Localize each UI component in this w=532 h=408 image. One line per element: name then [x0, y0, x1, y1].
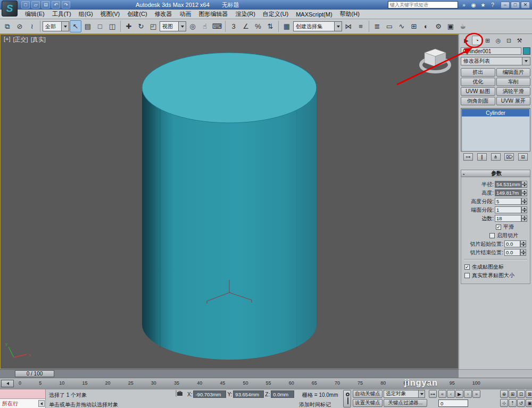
menu-item-6[interactable]: 修改器	[151, 10, 176, 19]
track-bar[interactable]: 0510152025303540455055606570758085909510…	[0, 378, 532, 389]
sides-field[interactable]: 18	[495, 215, 521, 222]
viewport-shading-menu[interactable]: [真实]	[31, 36, 46, 44]
save-file-icon[interactable]: ⊟	[41, 1, 50, 9]
object-name-field[interactable]: Cylinder001	[461, 47, 521, 55]
maximize-button[interactable]: □	[511, 2, 520, 9]
stack-item-cylinder[interactable]: Cylinder	[462, 109, 529, 116]
menu-item-11[interactable]: MAXScript(M)	[292, 10, 336, 19]
tab-motion[interactable]: ◎	[493, 36, 503, 45]
chevron-down-icon[interactable]	[61, 22, 69, 31]
parameters-rollout-header[interactable]: - 参数	[461, 170, 530, 177]
maxscript-mini-listener[interactable]: 所在行	[0, 389, 46, 408]
y-coordinate-field[interactable]: 93.654mm	[233, 390, 264, 398]
help-icon[interactable]: ?	[488, 1, 497, 9]
schematic-view-icon[interactable]: ⊞	[408, 20, 420, 32]
angle-snap-icon[interactable]: ∠	[240, 20, 252, 32]
redo-icon[interactable]: ↷	[62, 1, 70, 9]
select-and-link-icon[interactable]: ⧉	[2, 20, 13, 32]
tab-hierarchy[interactable]: ⊞	[483, 36, 493, 45]
menu-item-1[interactable]: 编辑(E)	[21, 10, 48, 19]
tab-modify[interactable]: ◔	[472, 36, 482, 45]
set-key-mode-button[interactable]: 设置关键点	[353, 399, 383, 407]
open-file-icon[interactable]: ▱	[31, 1, 40, 9]
zoom-all-icon[interactable]: ⊞	[509, 390, 517, 398]
select-by-name-icon[interactable]: ▤	[82, 20, 94, 32]
percent-snap-icon[interactable]: %	[252, 20, 264, 32]
remove-modifier-icon[interactable]: ⌦	[504, 153, 514, 161]
chevron-down-icon[interactable]	[418, 390, 425, 397]
current-frame-field[interactable]: 0	[438, 399, 468, 407]
selection-set-dropdown[interactable]: 选定对象	[384, 390, 425, 398]
tab-utilities[interactable]: ⚒	[514, 36, 525, 45]
menu-item-4[interactable]: 视图(V)	[97, 10, 124, 19]
reference-coordinate-dropdown[interactable]: 视图	[160, 21, 186, 31]
sides-spinner[interactable]	[521, 215, 527, 222]
edit-named-selection-sets-icon[interactable]: ▦	[281, 20, 293, 32]
spinner-snap-icon[interactable]: ⇅	[264, 20, 276, 32]
undo-icon[interactable]: ↶	[52, 1, 60, 9]
auto-key-button[interactable]: 自动关键点	[353, 390, 383, 398]
modifier-button-1[interactable]: 挤出	[461, 68, 495, 77]
modifier-button-5[interactable]: UVW 贴图	[461, 87, 495, 96]
radius-field[interactable]: 54.531mm	[495, 181, 521, 188]
modifier-button-8[interactable]: UVW 展开	[496, 97, 531, 105]
maximize-viewport-icon[interactable]: ▣	[526, 399, 532, 407]
close-button[interactable]: ✕	[521, 2, 530, 9]
select-object-icon[interactable]: ↖	[70, 20, 81, 32]
radius-spinner[interactable]	[521, 181, 527, 188]
listener-scroll-left-icon[interactable]	[38, 400, 45, 407]
favorites-star-icon[interactable]: ★	[479, 1, 487, 9]
key-mode-toggle-icon[interactable]: ⊶	[429, 390, 437, 398]
track-bar-options-icon[interactable]	[1, 380, 14, 387]
menu-item-9[interactable]: 渲染(R)	[232, 10, 259, 19]
modifier-button-4[interactable]: 车削	[496, 78, 531, 86]
app-logo[interactable]: S	[2, 1, 18, 16]
menu-item-8[interactable]: 图形编辑器	[195, 10, 232, 19]
cap-segments-spinner[interactable]	[521, 206, 527, 213]
chevron-down-icon[interactable]	[334, 22, 342, 31]
modifier-button-7[interactable]: 倒角剖面	[461, 97, 495, 105]
listener-line[interactable]: 所在行	[0, 399, 45, 408]
select-and-move-icon[interactable]: ✚	[123, 20, 135, 32]
generate-mapping-checkbox[interactable]: ✓	[464, 264, 470, 270]
search-go-icon[interactable]: »	[460, 1, 468, 9]
walk-through-icon[interactable]: ⇡	[509, 399, 517, 407]
menu-item-5[interactable]: 创建(C)	[123, 10, 151, 19]
graphite-ribbon-icon[interactable]: ▭	[384, 20, 395, 32]
chevron-down-icon[interactable]	[178, 22, 186, 31]
use-pivot-center-icon[interactable]: ◎	[187, 20, 198, 32]
smooth-checkbox[interactable]: ✓	[496, 224, 501, 230]
key-filters-button[interactable]: 关键点过滤器...	[384, 399, 427, 407]
height-segments-spinner[interactable]	[521, 198, 527, 205]
modifier-button-3[interactable]: 优化	[461, 78, 495, 86]
keyboard-shortcut-override-icon[interactable]: ⌨	[211, 20, 223, 32]
menu-item-10[interactable]: 自定义(U)	[259, 10, 292, 19]
slice-from-field[interactable]: 0.0	[504, 240, 520, 247]
height-segments-field[interactable]: 5	[495, 198, 521, 205]
select-and-scale-icon[interactable]: ◰	[147, 20, 159, 32]
go-to-end-icon[interactable]: »	[472, 390, 480, 398]
align-icon[interactable]: ≡	[355, 20, 367, 32]
communication-center-icon[interactable]: ◉	[469, 1, 478, 9]
configure-modifier-sets-icon[interactable]: ⊟	[518, 153, 528, 161]
pin-stack-icon[interactable]: ⊶	[463, 153, 473, 161]
render-setup-icon[interactable]: ⚙	[433, 20, 444, 32]
play-icon[interactable]: ▶	[455, 390, 463, 398]
x-coordinate-field[interactable]: -90.703mm	[193, 390, 226, 398]
time-slider-handle[interactable]: 0 / 100	[15, 370, 54, 377]
modifier-list-dropdown[interactable]: 修改器列表	[461, 57, 530, 65]
rectangular-selection-region-icon[interactable]: □	[94, 20, 106, 32]
time-slider-track[interactable]: 0 / 100	[0, 369, 459, 378]
enable-slice-checkbox[interactable]	[489, 233, 495, 238]
viewport-scene[interactable]: x y	[0, 34, 459, 369]
snaps-toggle-icon[interactable]: 3	[228, 20, 239, 32]
named-selection-sets-dropdown[interactable]: 创建选择集	[293, 21, 342, 31]
menu-item-12[interactable]: 帮助(H)	[336, 10, 363, 19]
unlink-selection-icon[interactable]: ⊘	[14, 20, 26, 32]
set-key-button[interactable]	[343, 390, 351, 407]
orbit-icon[interactable]: ↺	[517, 399, 525, 407]
tab-display[interactable]: ⊡	[504, 36, 514, 45]
modifier-button-6[interactable]: 涡轮平滑	[496, 87, 531, 96]
menu-item-7[interactable]: 动画	[176, 10, 195, 19]
bind-to-space-warp-icon[interactable]: ≀	[26, 20, 38, 32]
